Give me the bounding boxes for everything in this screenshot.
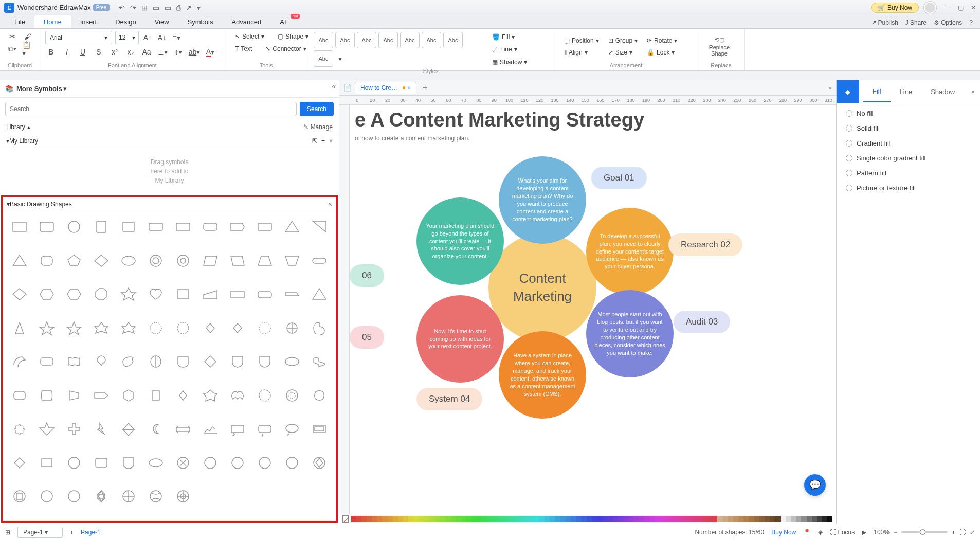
color-swatch-15[interactable]	[429, 516, 434, 522]
basic-shapes-close[interactable]: ×	[328, 200, 332, 208]
color-swatch-28[interactable]	[497, 516, 502, 522]
mylib-close-icon[interactable]: ×	[329, 137, 333, 145]
increase-font-button[interactable]: A↑	[142, 32, 153, 43]
qat-new-icon[interactable]: ⊞	[141, 4, 148, 12]
ai-chat-button[interactable]: 💬	[804, 474, 826, 496]
line-tab[interactable]: Line	[891, 82, 922, 102]
shape-item-89[interactable]	[144, 453, 167, 473]
group-button[interactable]: ⊡ Group▾	[604, 35, 642, 46]
help-button[interactable]: ?	[969, 19, 973, 26]
manage-library-button[interactable]: ✎ Manage	[303, 123, 333, 131]
page-nav-icon[interactable]: ⊞	[5, 529, 10, 536]
copy-button[interactable]: ⧉▾	[7, 43, 18, 55]
shape-item-59[interactable]	[308, 351, 331, 372]
share-button[interactable]: ⤴ Share	[905, 19, 927, 26]
color-swatch-59[interactable]	[660, 516, 665, 522]
fill-opt-solid[interactable]: Solid fill	[846, 124, 971, 132]
shape-item-97[interactable]	[35, 486, 58, 507]
color-swatch-8[interactable]	[393, 516, 398, 522]
menu-home[interactable]: Home	[34, 15, 71, 28]
buy-now-button[interactable]: 🛒 Buy Now	[871, 3, 919, 13]
shape-item-61[interactable]	[35, 385, 58, 406]
shape-item-74[interactable]	[62, 419, 85, 439]
menu-design[interactable]: Design	[106, 15, 145, 28]
color-swatch-61[interactable]	[670, 516, 676, 522]
strikethrough-button[interactable]: S	[93, 46, 104, 58]
replace-shape-button[interactable]: ⟲▢ Replace Shape	[703, 37, 735, 57]
style-preset-2[interactable]: Abc	[335, 32, 355, 48]
shape-item-79[interactable]	[199, 419, 222, 439]
shape-item-56[interactable]	[226, 351, 249, 372]
color-swatch-47[interactable]	[597, 516, 602, 522]
font-size-combo[interactable]: 12▾	[115, 31, 139, 44]
line-button[interactable]: ／ Line ▾	[487, 43, 532, 56]
menu-view[interactable]: View	[146, 15, 178, 28]
color-swatch-74[interactable]	[738, 516, 743, 522]
shape-item-47[interactable]	[308, 318, 331, 338]
color-swatch-65[interactable]	[691, 516, 696, 522]
paste-button[interactable]: 📋▾	[22, 43, 33, 55]
color-swatch-91[interactable]	[827, 516, 832, 522]
no-color-icon[interactable]	[342, 515, 349, 523]
document-tab[interactable]: How to Create... ×	[355, 82, 416, 94]
shape-item-44[interactable]	[226, 318, 249, 338]
shape-item-33[interactable]	[253, 284, 277, 304]
color-swatch-10[interactable]	[403, 516, 408, 522]
shape-item-22[interactable]	[281, 250, 304, 271]
italic-button[interactable]: I	[61, 46, 72, 58]
color-swatch-2[interactable]	[361, 516, 367, 522]
shape-item-36[interactable]	[8, 318, 31, 338]
color-swatch-90[interactable]	[822, 516, 827, 522]
color-swatch-51[interactable]	[618, 516, 623, 522]
qat-print-icon[interactable]: ⎙	[176, 4, 180, 12]
shape-item-35[interactable]	[308, 284, 331, 304]
case-button[interactable]: Aa	[141, 46, 152, 58]
align-dropdown[interactable]: ≡▾	[171, 32, 182, 43]
shape-item-53[interactable]	[144, 351, 167, 372]
shape-item-52[interactable]	[117, 351, 140, 372]
fit-page-button[interactable]: ⛶	[959, 529, 966, 536]
mylib-add-icon[interactable]: +	[321, 137, 325, 145]
shape-item-8[interactable]	[226, 217, 249, 237]
color-swatch-56[interactable]	[644, 516, 649, 522]
color-swatch-16[interactable]	[434, 516, 440, 522]
shape-item-50[interactable]	[62, 351, 85, 372]
shape-item-70[interactable]	[281, 385, 304, 406]
fill-opt-single-gradient[interactable]: Single color gradient fill	[846, 154, 971, 162]
align-button[interactable]: ⫴ Align▾	[559, 47, 604, 58]
bullets-button[interactable]: ≣▾	[157, 46, 168, 58]
shape-item-88[interactable]	[117, 453, 140, 473]
maximize-button[interactable]: ▢	[958, 4, 964, 11]
color-swatch-22[interactable]	[466, 516, 471, 522]
shape-item-30[interactable]	[171, 284, 194, 304]
new-tab-button[interactable]: +	[420, 83, 430, 93]
color-swatch-44[interactable]	[581, 516, 586, 522]
undo-button[interactable]: ↶	[119, 4, 125, 12]
shape-item-72[interactable]	[8, 419, 31, 439]
shape-item-57[interactable]	[253, 351, 277, 372]
menu-symbols[interactable]: Symbols	[178, 15, 223, 28]
shape-item-9[interactable]	[253, 217, 277, 237]
shape-item-101[interactable]	[144, 486, 167, 507]
shadow-button[interactable]: ▦ Shadow ▾	[487, 57, 532, 68]
superscript-button[interactable]: x²	[109, 46, 120, 58]
shape-item-77[interactable]	[144, 419, 167, 439]
bubble-goal[interactable]: What's your aim for developing a content…	[499, 156, 586, 244]
shape-item-98[interactable]	[62, 486, 85, 507]
location-icon[interactable]: 📍	[803, 529, 811, 536]
symbol-search-button[interactable]: Search	[300, 102, 334, 116]
color-swatch-0[interactable]	[351, 516, 356, 522]
focus-mode-button[interactable]: ⛶ Focus	[830, 529, 855, 536]
shape-item-100[interactable]	[117, 486, 140, 507]
shape-item-21[interactable]	[253, 250, 277, 271]
color-swatch-43[interactable]	[576, 516, 581, 522]
zoom-in-button[interactable]: +	[952, 529, 955, 536]
bubble-research[interactable]: To develop a successful plan, you need t…	[586, 208, 674, 295]
shape-item-4[interactable]	[117, 217, 140, 237]
color-swatch-5[interactable]	[377, 516, 382, 522]
color-swatch-50[interactable]	[613, 516, 618, 522]
color-swatch-6[interactable]	[382, 516, 387, 522]
pill-05[interactable]: 05	[350, 326, 384, 349]
lock-button[interactable]: 🔒 Lock▾	[642, 47, 682, 58]
shape-item-2[interactable]	[62, 217, 85, 237]
